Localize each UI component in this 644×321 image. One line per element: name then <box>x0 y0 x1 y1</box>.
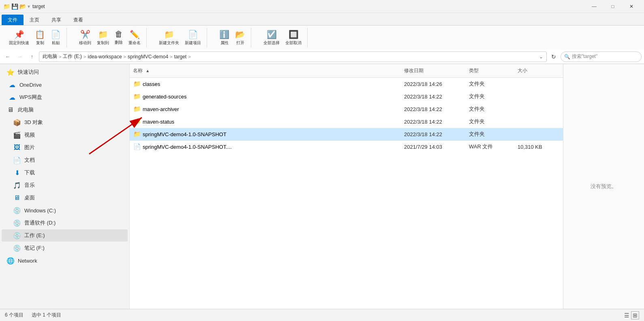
refresh-button[interactable]: ↻ <box>548 51 559 62</box>
back-button[interactable]: ← <box>2 51 13 62</box>
delete-button[interactable]: 🗑 删除 <box>112 29 125 47</box>
select-none-button[interactable]: 🔲 全部取消 <box>283 29 304 47</box>
ribbon-content: 📌 固定到快速 📋 复制 📄 粘贴 ✂️ <box>0 25 644 49</box>
sidebar-item-work-e[interactable]: 💿 工作 (E:) <box>2 229 128 242</box>
download-icon: ⬇ <box>13 169 21 177</box>
col-header-size[interactable]: 大小 <box>514 66 563 76</box>
address-box[interactable]: 此电脑 > 工作 (E:) > idea-workspace > springM… <box>39 51 547 62</box>
sidebar-item-windows-c[interactable]: 💿 Windows (C:) <box>2 204 128 216</box>
search-box[interactable]: 🔍 搜索"target" <box>561 51 642 62</box>
properties-icon: ℹ️ <box>219 30 229 39</box>
sidebar-item-music[interactable]: 🎵 音乐 <box>2 179 128 191</box>
up-button[interactable]: ↑ <box>27 51 37 62</box>
move-button[interactable]: ✂️ 移动到 <box>77 29 94 47</box>
rename-button[interactable]: ✏️ 重命名 <box>126 29 143 47</box>
sidebar-item-onedrive[interactable]: ☁ OneDrive <box>2 79 128 91</box>
col-header-date[interactable]: 修改日期 <box>401 66 466 76</box>
rename-icon: ✏️ <box>130 30 140 39</box>
breadcrumb-item-workspace: idea-workspace <box>88 54 122 60</box>
select-none-label: 全部取消 <box>285 40 302 46</box>
paste-button[interactable]: 📄 粘贴 <box>48 29 63 47</box>
copy-button[interactable]: 📋 复制 <box>32 29 47 47</box>
main-layout: ⭐ 快速访问 ☁ OneDrive ☁ WPS网盘 🖥 此电脑 📦 3D 对象 <box>0 64 644 309</box>
sidebar-item-picture[interactable]: 🖼 图片 <box>2 141 128 154</box>
file-row-snapshot-folder[interactable]: 📁 springMVC-demo4-1.0-SNAPSHOT 2022/3/18… <box>130 128 563 141</box>
tab-share[interactable]: 共享 <box>45 15 67 25</box>
tab-home[interactable]: 主页 <box>24 15 45 25</box>
sidebar-item-3d[interactable]: 📦 3D 对象 <box>2 116 128 128</box>
sidebar-item-quick-access[interactable]: ⭐ 快速访问 <box>2 66 128 78</box>
ribbon-clipboard-buttons: 📌 固定到快速 📋 复制 📄 粘贴 <box>6 29 63 47</box>
address-bar: ← → ↑ 此电脑 > 工作 (E:) > idea-workspace > s… <box>0 49 644 64</box>
file-row-maven-status[interactable]: 📁 maven-status 2022/3/18 14:22 文件夹 <box>130 116 563 128</box>
view-list-icon[interactable]: ☰ <box>624 312 629 319</box>
sidebar-label-wps: WPS网盘 <box>19 94 42 101</box>
network-icon: 🌐 <box>6 257 15 265</box>
document-icon: 📄 <box>13 156 21 164</box>
folder-icon-yellow: 📁 <box>3 3 10 10</box>
address-dropdown-icon[interactable]: ⌄ <box>539 54 543 60</box>
col-header-type[interactable]: 类型 <box>466 66 514 76</box>
open-button[interactable]: 📂 打开 <box>233 29 248 47</box>
col-header-name[interactable]: 名称 ▲ <box>130 66 401 76</box>
desktop-icon: 🖥 <box>13 194 21 202</box>
sidebar-item-desktop[interactable]: 🖥 桌面 <box>2 192 128 204</box>
file-row-maven-archiver[interactable]: 📁 maven-archiver 2022/3/18 14:22 文件夹 <box>130 103 563 116</box>
ribbon-group-organize: ✂️ 移动到 📁 复制到 🗑 删除 ✏️ 重命名 <box>73 28 147 47</box>
file-date-generated: 2022/3/18 14:22 <box>401 92 466 101</box>
breadcrumb-item-demo4: springMVC-demo4 <box>128 54 168 60</box>
sort-arrow-icon: ▲ <box>145 68 150 73</box>
sidebar-item-wps[interactable]: ☁ WPS网盘 <box>2 91 128 103</box>
file-type-archiver: 文件夹 <box>466 104 514 114</box>
file-row-classes[interactable]: 📁 classes 2022/3/18 14:26 文件夹 <box>130 78 563 90</box>
tab-view[interactable]: 查看 <box>67 15 89 25</box>
sidebar-item-notes-f[interactable]: 💿 笔记 (F:) <box>2 242 128 254</box>
sidebar-item-download[interactable]: ⬇ 下载 <box>2 167 128 179</box>
tab-file[interactable]: 文件 <box>2 15 24 25</box>
sidebar-item-software-d[interactable]: 💿 普通软件 (D:) <box>2 217 128 229</box>
col-type-label: 类型 <box>469 68 479 73</box>
select-all-icon: ☑️ <box>267 30 277 39</box>
select-all-button[interactable]: ☑️ 全部选择 <box>261 29 282 47</box>
file-list-header: 名称 ▲ 修改日期 类型 大小 <box>130 64 563 78</box>
maximize-button[interactable]: □ <box>603 0 622 13</box>
pin-button[interactable]: 📌 固定到快速 <box>6 29 32 47</box>
select-all-label: 全部选择 <box>263 40 280 46</box>
file-row-generated-sources[interactable]: 📁 generated-sources 2022/3/18 14:22 文件夹 <box>130 90 563 103</box>
properties-button[interactable]: ℹ️ 属性 <box>217 29 232 47</box>
sidebar-item-network[interactable]: 🌐 Network <box>2 255 128 267</box>
sidebar-item-document[interactable]: 📄 文档 <box>2 154 128 166</box>
file-name-status: maven-status <box>143 119 174 125</box>
sidebar-label-quick-access: 快速访问 <box>18 68 39 76</box>
search-placeholder: 搜索"target" <box>572 53 597 60</box>
picture-icon: 🖼 <box>13 143 21 152</box>
file-name-archiver: maven-archiver <box>143 106 179 112</box>
file-name-generated: generated-sources <box>143 94 186 100</box>
sidebar-item-video[interactable]: 🎬 视频 <box>2 129 128 141</box>
move-label: 移动到 <box>79 40 91 46</box>
minimize-button[interactable]: — <box>585 0 603 13</box>
drive-d-icon: 💿 <box>13 219 21 227</box>
file-size-classes <box>514 82 563 86</box>
copy-to-button[interactable]: 📁 复制到 <box>94 29 111 47</box>
ribbon-group-open: ℹ️ 属性 📂 打开 <box>214 28 251 47</box>
new-item-button[interactable]: 📄 新建项目 <box>182 29 203 47</box>
open-icon: 📂 <box>235 30 245 39</box>
new-folder-button[interactable]: 📁 新建文件夹 <box>156 29 182 47</box>
pc-icon: 🖥 <box>6 106 15 114</box>
file-date-classes: 2022/3/18 14:26 <box>401 79 466 89</box>
breadcrumb-sep-3: > <box>124 54 126 59</box>
close-button[interactable]: ✕ <box>622 0 641 13</box>
view-detail-icon[interactable]: ⊞ <box>631 311 639 319</box>
new-item-label: 新建项目 <box>185 40 201 46</box>
file-date-snapshot-war: 2021/7/29 14:03 <box>401 142 466 152</box>
folder-icon-generated: 📁 <box>133 93 141 100</box>
sidebar-item-this-pc[interactable]: 🖥 此电脑 <box>2 104 128 116</box>
sidebar-label-notes-f: 笔记 (F:) <box>24 244 45 252</box>
ribbon-tabs: 文件 主页 共享 查看 <box>0 13 644 25</box>
file-size-snapshot-folder <box>514 133 563 136</box>
selected-count: 选中 1 个项目 <box>32 312 61 319</box>
forward-button[interactable]: → <box>15 51 25 62</box>
sidebar-label-work-e: 工作 (E:) <box>24 232 45 239</box>
file-row-snapshot-war[interactable]: 📄 springMVC-demo4-1.0-SNAPSHOT.... 2021/… <box>130 141 563 153</box>
